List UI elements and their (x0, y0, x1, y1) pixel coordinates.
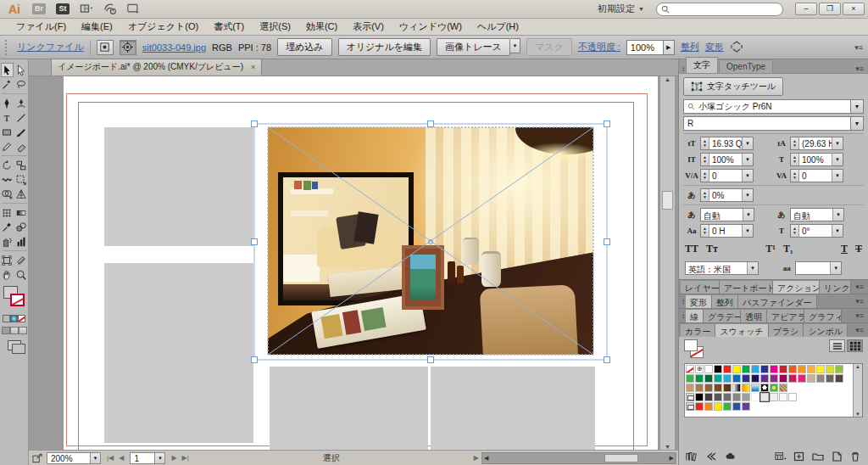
tracking-field[interactable]: ▲▼0▼ (790, 169, 843, 182)
swatch[interactable] (760, 365, 769, 373)
swatch[interactable] (826, 365, 834, 373)
swatch-fill-stroke-indicator[interactable] (684, 339, 708, 361)
superscript-button[interactable]: T¹ (765, 243, 776, 255)
swatch[interactable] (742, 374, 750, 383)
panel-tab-ブラシ[interactable]: ブラシ (769, 324, 804, 337)
leading-field[interactable]: ▲▼(29.63 H▼ (790, 137, 843, 150)
swatch[interactable] (704, 393, 713, 401)
swatch-scrollbar[interactable]: ▲▼ (853, 364, 862, 417)
tab-character[interactable]: 文字 (686, 57, 718, 73)
cloud-sync-icon[interactable] (725, 451, 737, 463)
draw-normal-button[interactable] (2, 327, 10, 334)
scroll-right-icon[interactable]: ▶ (670, 455, 674, 462)
status-options-icon[interactable]: ▶ (471, 454, 481, 462)
swatch[interactable] (695, 393, 704, 401)
lasso-tool[interactable] (15, 77, 28, 92)
panel-tab-シンボル[interactable]: シンボル (804, 324, 848, 337)
swatch[interactable] (798, 365, 806, 373)
pen-tool[interactable] (1, 96, 14, 110)
menu-item-8[interactable]: ヘルプ(H) (470, 19, 526, 35)
swatch[interactable] (816, 365, 825, 373)
font-family-combo[interactable]: 小塚ゴシック Pr6N ▼ (683, 99, 864, 114)
gradient-mode-button[interactable] (10, 315, 18, 322)
touch-type-tool-button[interactable]: T 文字タッチツール (683, 77, 783, 96)
touch-workspace-icon[interactable] (103, 3, 118, 15)
panel-menu-icon[interactable]: ▾≡ (851, 326, 868, 334)
opacity-combo[interactable]: 100%▶ (626, 40, 675, 55)
link-file-link[interactable]: リンクファイル (17, 41, 84, 53)
limit-swatch-icon[interactable] (705, 451, 717, 463)
font-style-combo[interactable]: R ▼ (683, 116, 864, 131)
swatch-options-icon[interactable] (793, 451, 805, 463)
horizontal-scale-field[interactable]: ▲▼100%▼ (790, 153, 843, 166)
gradient-tool[interactable] (15, 205, 28, 220)
panel-menu-icon[interactable]: ▾≡ (851, 283, 868, 291)
swatch[interactable] (788, 393, 797, 401)
swatch[interactable] (686, 365, 694, 373)
free-transform-tool[interactable] (15, 172, 28, 187)
transform-link[interactable]: 変形 (705, 41, 724, 53)
aki-left-combo[interactable]: 自動▼ (700, 208, 754, 221)
tab-opentype[interactable]: OpenType (719, 59, 773, 73)
embed-button[interactable]: 埋め込み (277, 38, 332, 56)
rotate-tool[interactable] (1, 158, 14, 172)
swatch[interactable] (686, 384, 694, 392)
share-screen-icon[interactable] (126, 3, 142, 15)
new-swatch-icon[interactable] (831, 451, 843, 463)
swatch-kinds-menu-icon[interactable] (775, 451, 787, 463)
swatch[interactable] (704, 402, 713, 411)
swatch[interactable] (798, 374, 806, 383)
swatch[interactable] (816, 374, 825, 383)
swatch[interactable] (751, 365, 760, 373)
swatch[interactable] (732, 374, 741, 383)
panel-tab-リンク[interactable]: リンク (820, 281, 851, 294)
horizontal-scrollbar[interactable]: ◀ ▶ (481, 452, 676, 464)
panel-tab-アートボード[interactable]: アートボード (720, 281, 773, 294)
scroll-left-icon[interactable]: ◀ (484, 455, 488, 462)
swatch[interactable] (714, 393, 722, 401)
swatch[interactable] (686, 374, 694, 383)
swatch-libraries-icon[interactable] (686, 451, 698, 463)
panel-tab-アクション[interactable]: アクション (773, 281, 820, 294)
panel-tab-グラデーション[interactable]: グラデーション (704, 310, 741, 322)
first-artboard-button[interactable]: |◀ (104, 454, 116, 462)
swatch[interactable] (695, 402, 704, 411)
panel-tab-カラー[interactable]: カラー (681, 324, 715, 337)
placeholder-box[interactable] (431, 367, 595, 450)
swatch[interactable] (704, 365, 713, 373)
paintbrush-tool[interactable] (15, 125, 28, 139)
swatch[interactable] (751, 374, 760, 383)
swatch[interactable] (826, 374, 834, 383)
screen-mode-button[interactable] (8, 340, 21, 350)
placed-image[interactable] (268, 127, 593, 355)
horizontal-scroll-thumb[interactable] (604, 454, 638, 462)
swatch[interactable] (732, 393, 741, 401)
scroll-up-icon[interactable]: ▲ (665, 76, 670, 82)
swatch[interactable] (704, 384, 713, 392)
line-segment-tool[interactable] (15, 110, 28, 125)
swatch[interactable] (732, 402, 741, 411)
swatch[interactable] (732, 384, 741, 392)
swatch[interactable] (835, 374, 843, 383)
swatch[interactable] (807, 365, 815, 373)
swatch[interactable] (779, 393, 787, 401)
width-tool[interactable] (1, 172, 14, 187)
close-button[interactable]: × (843, 3, 865, 15)
swatch[interactable] (742, 402, 750, 411)
stroke-swatch[interactable] (10, 294, 25, 306)
selection-tool[interactable] (1, 63, 14, 77)
rectangle-tool[interactable] (1, 125, 14, 139)
panel-tab-レイヤー[interactable]: レイヤー (681, 281, 720, 294)
panel-menu-icon[interactable]: ▾≡ (851, 297, 868, 305)
none-mode-button[interactable] (18, 315, 25, 322)
placeholder-box[interactable] (104, 127, 253, 246)
edit-original-button[interactable]: オリジナルを編集 (338, 38, 431, 56)
swatch[interactable] (723, 402, 732, 411)
panel-tab-スウォッチ[interactable]: スウォッチ (715, 324, 768, 337)
pencil-tool[interactable] (1, 139, 14, 154)
menu-item-0[interactable]: ファイル(F) (8, 19, 74, 35)
panel-tab-グラフィック[interactable]: グラフィック (804, 310, 842, 322)
swatch-grid[interactable]: ⊕ ▲▼ (684, 363, 863, 417)
swatch[interactable] (742, 393, 750, 401)
vertical-scale-field[interactable]: ▲▼100%▼ (700, 153, 754, 166)
